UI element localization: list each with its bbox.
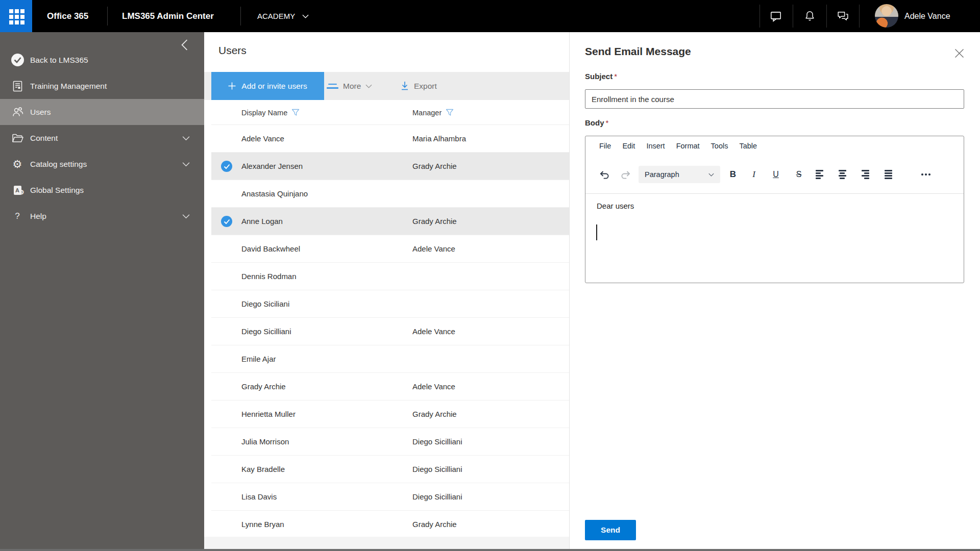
- rich-text-editor: File Edit Insert Format Tools Table Para…: [585, 136, 964, 283]
- feedback-button[interactable]: [829, 0, 856, 32]
- table-row[interactable]: Kay Bradelle Diego Sicilliani: [211, 456, 569, 483]
- horizontal-scrollbar[interactable]: [204, 537, 569, 549]
- menu-format[interactable]: Format: [676, 142, 700, 150]
- tenant-dropdown[interactable]: ACADEMY: [257, 0, 309, 32]
- chat-button[interactable]: [763, 0, 789, 32]
- underline-button[interactable]: U: [767, 166, 785, 183]
- topbar-divider: [760, 5, 760, 28]
- bold-button[interactable]: B: [724, 166, 742, 183]
- chevron-down-icon: [365, 84, 372, 88]
- manager-cell: Grady Archie: [412, 208, 457, 235]
- display-name-cell: Anne Logan: [241, 208, 283, 235]
- sidebar-item-label: Back to LMS365: [30, 47, 88, 73]
- table-row[interactable]: David Backwheel Adele Vance: [211, 235, 569, 263]
- chat-icon: [769, 10, 782, 23]
- sidebar-item-back-to-lms365[interactable]: Back to LMS365: [0, 47, 204, 73]
- selected-check-icon: [221, 216, 232, 227]
- text-caret: [596, 224, 597, 240]
- editor-content-area[interactable]: Dear users: [585, 194, 964, 283]
- export-button-label: Export: [414, 82, 437, 91]
- sidebar-item-training-management[interactable]: Training Management: [0, 73, 204, 99]
- more-options-button[interactable]: [917, 166, 935, 183]
- sidebar-item-catalog-settings[interactable]: ⚙ Catalog settings: [0, 151, 204, 177]
- table-row[interactable]: Henrietta Muller Grady Archie: [211, 400, 569, 428]
- add-or-invite-users-button[interactable]: Add or invite users: [211, 72, 324, 100]
- table-row[interactable]: Julia Morrison Diego Sicilliani: [211, 428, 569, 456]
- panel-title: Send Email Message: [585, 45, 691, 58]
- manager-cell: Diego Sicilliani: [412, 456, 462, 483]
- sidebar-item-global-settings[interactable]: A⚙ Global Settings: [0, 177, 204, 203]
- menu-insert[interactable]: Insert: [646, 142, 665, 150]
- align-left-button[interactable]: [811, 166, 828, 183]
- manager-cell: Grady Archie: [412, 511, 457, 538]
- topbar-divider: [826, 5, 827, 28]
- table-row[interactable]: Anastasia Quinjano: [211, 180, 569, 208]
- sidebar-item-help[interactable]: ? Help: [0, 203, 204, 229]
- display-name-cell: Diego Siciliani: [241, 290, 289, 317]
- menu-tools[interactable]: Tools: [711, 142, 728, 150]
- manager-cell: Adele Vance: [412, 318, 455, 345]
- align-right-icon: [862, 170, 869, 179]
- table-row[interactable]: Diego Siciliani: [211, 290, 569, 318]
- app-launcher-button[interactable]: [0, 0, 32, 32]
- undo-icon: [599, 170, 610, 180]
- sidebar-item-users[interactable]: Users: [0, 99, 204, 125]
- display-name-cell: Grady Archie: [241, 373, 286, 400]
- display-name-cell: Julia Morrison: [241, 428, 289, 455]
- sidebar-item-label: Global Settings: [30, 177, 84, 203]
- avatar[interactable]: [875, 4, 898, 28]
- send-button[interactable]: Send: [585, 520, 636, 540]
- display-name-cell: Alexander Jensen: [241, 153, 303, 180]
- manager-cell: Adele Vance: [412, 235, 455, 262]
- menu-file[interactable]: File: [599, 142, 611, 150]
- table-row[interactable]: Emile Ajar: [211, 345, 569, 373]
- chevron-down-icon: [182, 162, 190, 166]
- menu-edit[interactable]: Edit: [622, 142, 635, 150]
- justify-button[interactable]: [879, 166, 897, 183]
- column-header-manager[interactable]: Manager: [412, 100, 454, 125]
- display-name-cell: Dennis Rodman: [241, 263, 297, 290]
- align-center-button[interactable]: [834, 166, 851, 183]
- gear-icon: ⚙: [11, 158, 24, 171]
- sidebar-item-content[interactable]: Content: [0, 125, 204, 151]
- sidebar-item-label: Training Management: [30, 73, 107, 99]
- required-marker: *: [614, 72, 617, 81]
- table-row[interactable]: Diego Sicilliani Adele Vance: [211, 318, 569, 345]
- help-icon: ?: [11, 210, 24, 223]
- table-row[interactable]: Dennis Rodman: [211, 263, 569, 290]
- display-name-cell: Lynne Bryan: [241, 511, 284, 538]
- body-label: Body*: [585, 118, 608, 127]
- redo-button[interactable]: [617, 166, 634, 183]
- display-name-cell: Diego Sicilliani: [241, 318, 291, 345]
- italic-button[interactable]: I: [745, 166, 763, 183]
- menu-table[interactable]: Table: [739, 142, 757, 150]
- admin-center-title: LMS365 Admin Center: [122, 0, 214, 32]
- more-button[interactable]: More: [327, 72, 372, 100]
- add-button-label: Add or invite users: [241, 82, 307, 91]
- table-row[interactable]: Grady Archie Adele Vance: [211, 373, 569, 400]
- subject-input[interactable]: [585, 89, 964, 109]
- tenant-name: ACADEMY: [257, 0, 295, 32]
- paragraph-format-dropdown[interactable]: Paragraph: [639, 166, 720, 183]
- table-row[interactable]: Lisa Davis Diego Sicilliani: [211, 483, 569, 511]
- feedback-chat-icon: [836, 9, 850, 23]
- close-button[interactable]: [952, 46, 966, 60]
- chevron-down-icon: [182, 136, 190, 140]
- export-button[interactable]: Export: [400, 72, 437, 100]
- table-row[interactable]: Adele Vance Maria Alhambra: [211, 125, 569, 153]
- column-header-display-name[interactable]: Display Name: [241, 100, 300, 125]
- send-email-panel: Send Email Message Subject* Body* File E…: [569, 32, 980, 549]
- sidebar-item-label: Catalog settings: [30, 151, 87, 177]
- table-row[interactable]: Lynne Bryan Grady Archie: [211, 511, 569, 538]
- notifications-button[interactable]: [796, 0, 823, 32]
- chevron-down-icon: [182, 214, 190, 218]
- folder-icon: [11, 132, 24, 145]
- required-marker: *: [606, 118, 609, 127]
- table-row[interactable]: Alexander Jensen Grady Archie: [211, 153, 569, 180]
- filter-funnel-icon[interactable]: [446, 109, 454, 116]
- undo-button[interactable]: [596, 166, 613, 183]
- strikethrough-button[interactable]: S: [790, 166, 807, 183]
- align-right-button[interactable]: [856, 166, 874, 183]
- filter-funnel-icon[interactable]: [291, 109, 300, 116]
- table-row[interactable]: Anne Logan Grady Archie: [211, 208, 569, 235]
